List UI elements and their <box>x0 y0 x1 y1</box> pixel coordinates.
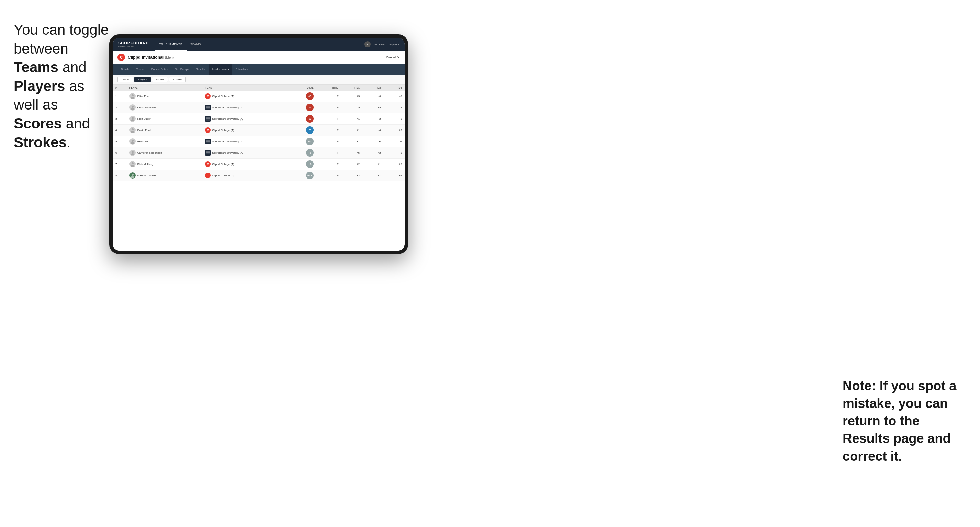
svg-point-21 <box>132 162 134 165</box>
cell-rd3: -5 <box>384 90 405 102</box>
nav-tab-tournaments[interactable]: TOURNAMENTS <box>155 38 186 51</box>
cell-rd2: -6 <box>363 90 383 102</box>
team-logo: C <box>205 127 210 133</box>
sign-out-link[interactable]: Sign out <box>389 43 399 46</box>
svg-point-13 <box>132 140 134 142</box>
col-rd1: RD1 <box>341 85 363 90</box>
svg-point-2 <box>131 97 134 98</box>
table-row[interactable]: 1Elliot EbertCClippd College [A]-8F+3-6-… <box>113 90 405 102</box>
svg-rect-6 <box>206 107 210 109</box>
cell-team: Scoreboard University [A] <box>202 147 289 159</box>
player-name-text: Rees Britt <box>137 140 150 143</box>
table-row[interactable]: 2Chris RobertsonScoreboard University [A… <box>113 102 405 113</box>
team-cell: CClippd College [A] <box>205 127 286 133</box>
toggle-players-button[interactable]: Players <box>134 76 151 83</box>
subnav-leaderboards[interactable]: Leaderboards <box>208 64 232 75</box>
cell-thru: F <box>317 102 341 113</box>
team-name-text: Scoreboard University [A] <box>212 117 243 121</box>
svg-point-12 <box>131 131 134 133</box>
team-name-text: Clippd College [A] <box>212 95 234 98</box>
cell-rd2: +7 <box>363 170 383 181</box>
team-logo <box>205 116 210 122</box>
subnav-tee-groups[interactable]: Tee Groups <box>172 64 192 75</box>
cell-rank: 4 <box>113 125 127 136</box>
score-badge: +11 <box>306 171 313 179</box>
cell-total: -2 <box>289 113 317 125</box>
toggle-teams-button[interactable]: Teams <box>118 76 133 83</box>
cell-rd2: -2 <box>363 113 383 125</box>
player-name-cell: Rees Britt <box>129 138 200 144</box>
cell-rd3: -1 <box>384 113 405 125</box>
team-name-text: Clippd College [A] <box>212 163 234 166</box>
table-row[interactable]: 8Marcus TurnersCClippd College [A]+11F+2… <box>113 170 405 181</box>
cell-player: Chris Robertson <box>127 102 203 113</box>
team-logo: C <box>205 94 210 99</box>
subnav-teams[interactable]: Teams <box>133 64 148 75</box>
tournament-icon: C <box>118 54 125 61</box>
table-row[interactable]: 7Blair McHargCClippd College [A]+8F+2+1+… <box>113 159 405 170</box>
table-row[interactable]: 4David FordCClippd College [A]EF+1-4+3 <box>113 125 405 136</box>
cancel-button[interactable]: Cancel ✕ <box>386 56 400 59</box>
cell-player: Rees Britt <box>127 136 203 147</box>
player-name-text: David Ford <box>137 129 151 132</box>
cell-thru: F <box>317 147 341 159</box>
cancel-icon: ✕ <box>397 56 400 59</box>
cell-rd3: -4 <box>384 102 405 113</box>
player-name-cell: Blair McHarg <box>129 161 200 167</box>
svg-rect-10 <box>206 119 210 121</box>
user-label: Test User | <box>373 43 387 46</box>
toggle-strokes-button[interactable]: Strokes <box>169 76 186 83</box>
player-name-text: Blair McHarg <box>137 163 153 166</box>
cell-thru: F <box>317 113 341 125</box>
player-avatar <box>129 138 136 144</box>
team-name-text: Clippd College [A] <box>212 174 234 177</box>
cell-team: CClippd College [A] <box>202 90 289 102</box>
cell-team: Scoreboard University [A] <box>202 102 289 113</box>
player-avatar <box>129 127 136 133</box>
tablet-screen: SCOREBOARD Powered by clippd TOURNAMENTS… <box>113 38 405 251</box>
player-name-text: Cameron Robertson <box>137 151 162 154</box>
cell-rd1: +1 <box>341 125 363 136</box>
subnav-details[interactable]: Details <box>118 64 133 75</box>
team-logo: C <box>205 173 210 178</box>
cell-rd2: -4 <box>363 125 383 136</box>
cell-thru: F <box>317 90 341 102</box>
tournament-name: Clippd Invitational <box>128 55 164 60</box>
svg-point-14 <box>131 142 134 144</box>
cell-rd2: E <box>363 136 383 147</box>
col-player: PLAYER <box>127 85 203 90</box>
svg-point-18 <box>131 154 134 155</box>
nav-tab-teams[interactable]: TEAMS <box>186 38 205 51</box>
cell-team: Scoreboard University [A] <box>202 136 289 147</box>
toggle-scores-button[interactable]: Scores <box>152 76 168 83</box>
cell-rd3: E <box>384 136 405 147</box>
cell-team: CClippd College [A] <box>202 170 289 181</box>
cell-rd1: -5 <box>341 102 363 113</box>
team-cell: Scoreboard University [A] <box>205 105 286 110</box>
player-avatar <box>129 161 136 167</box>
team-name-text: Scoreboard University [A] <box>212 151 243 154</box>
table-row[interactable]: 5Rees BrittScoreboard University [A]+1F+… <box>113 136 405 147</box>
cancel-label: Cancel <box>386 56 396 59</box>
player-name-cell: David Ford <box>129 127 200 133</box>
team-name-text: Clippd College [A] <box>212 129 234 132</box>
score-badge: +1 <box>306 138 313 145</box>
player-name-cell: Marcus Turners <box>129 172 200 179</box>
subnav-printables[interactable]: Printables <box>232 64 251 75</box>
table-row[interactable]: 6Cameron RobertsonScoreboard University … <box>113 147 405 159</box>
cell-thru: F <box>317 125 341 136</box>
cell-rank: 8 <box>113 170 127 181</box>
subnav-course-setup[interactable]: Course Setup <box>148 64 172 75</box>
score-badge: -8 <box>306 92 313 100</box>
table-row[interactable]: 3Rich ButlerScoreboard University [A]-2F… <box>113 113 405 125</box>
player-name-text: Chris Robertson <box>137 106 158 109</box>
table-header-row: # PLAYER TEAM TOTAL THRU RD1 RD2 RD3 <box>113 85 405 90</box>
player-avatar <box>129 116 136 122</box>
leaderboard-table: # PLAYER TEAM TOTAL THRU RD1 RD2 RD3 1El… <box>113 85 405 251</box>
score-badge: +6 <box>306 149 313 157</box>
cell-thru: F <box>317 136 341 147</box>
player-avatar <box>129 172 136 179</box>
subnav-results[interactable]: Results <box>192 64 208 75</box>
team-logo <box>205 150 210 156</box>
sub-navigation: Details Teams Course Setup Tee Groups Re… <box>113 64 405 75</box>
